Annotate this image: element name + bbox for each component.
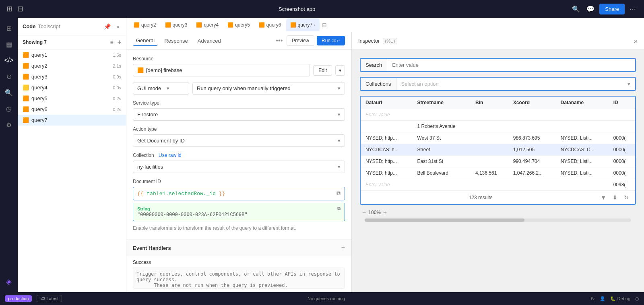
tab-response[interactable]: Response	[161, 36, 191, 45]
comment-icon[interactable]: 💬	[585, 4, 596, 14]
sidebar-nav-history[interactable]: ◷	[2, 101, 16, 116]
document-id-field[interactable]: {{ table1.selectedRow._id }} ⧉	[133, 187, 345, 200]
table-row[interactable]: NYSED: http... East 31st St 990,494.704 …	[361, 156, 635, 167]
query-item[interactable]: 🟧 query1 1.5s	[18, 49, 126, 60]
refresh-icon[interactable]: ↻	[622, 194, 630, 202]
download-icon[interactable]: ⬇	[611, 194, 619, 202]
sidebar-nav-pages[interactable]: ▤	[2, 37, 16, 52]
tab-query6[interactable]: 🟧 query6	[255, 19, 285, 31]
collapse-icon[interactable]: «	[115, 22, 121, 31]
trigger-select[interactable]: Run query only when manually triggered ▾	[192, 82, 345, 95]
tab-query7[interactable]: 🟧 query7 ›	[286, 19, 320, 31]
add-handler-icon[interactable]: +	[341, 244, 345, 251]
collapse-inspector-icon[interactable]: »	[634, 37, 638, 45]
sidebar-nav-diamond[interactable]: ◈	[2, 274, 16, 289]
table-row[interactable]: NYSED: http... West 37 St 986,873.695 NY…	[361, 132, 635, 144]
config-header-actions: ••• Preview Run ⌘↵	[274, 35, 345, 46]
sidebar-nav-search[interactable]: 🔍	[2, 85, 16, 100]
resource-input-row: 🟧 [demo] firebase Edit ▾	[133, 64, 345, 76]
horizontal-scrollbar[interactable]	[365, 218, 631, 222]
bottom-bar: production 🏷 Latest No queries running ↻…	[0, 292, 644, 305]
refresh-bottom-icon[interactable]: ↻	[590, 296, 595, 302]
pages-icon[interactable]: ⊟	[17, 4, 23, 13]
query-item[interactable]: 🟨 query4 0.0s	[18, 82, 126, 93]
service-type-select[interactable]: Firestore ▾	[133, 108, 345, 121]
bug-icon: 🐛	[610, 296, 616, 301]
query-item[interactable]: 🟧 query5 0.2s	[18, 93, 126, 104]
event-handlers-section[interactable]: Event Handlers +	[126, 239, 351, 256]
search-widget: Search	[360, 58, 636, 72]
sidebar-nav-query[interactable]: ⊙	[2, 69, 16, 84]
service-type-label: Service type	[133, 100, 345, 106]
tab-query3[interactable]: 🟧 query3	[161, 19, 192, 31]
table-row[interactable]: 1 Roberts Avenue	[361, 121, 635, 132]
top-bar-left: ⊞ ⊟	[6, 4, 23, 13]
query-item-active[interactable]: 🟧 query7	[18, 115, 126, 126]
query-item[interactable]: 🟧 query6 0.2s	[18, 104, 126, 115]
service-type-row: Service type Firestore ▾	[133, 100, 345, 121]
chevron-down-icon: ▾	[338, 85, 341, 91]
collections-container: Collections Select an option ▾ table1 ✕	[360, 77, 636, 91]
sidebar-nav-grid[interactable]: ⊞	[2, 21, 16, 35]
tab-query4[interactable]: 🟧 query4	[192, 19, 223, 31]
grid-icon[interactable]: ⊞	[6, 4, 12, 13]
edit-button[interactable]: Edit	[313, 65, 332, 76]
more-icon[interactable]: ⋯	[628, 4, 638, 14]
query-icon: 🟧	[23, 106, 29, 112]
main-area: ⊞ ▤ </> ⊙ 🔍 ◷ ⚙ ◈ Code Toolscript 📌 « Sh…	[0, 18, 644, 292]
zoom-level: 100%	[368, 210, 381, 215]
chevron-button[interactable]: ▾	[335, 65, 345, 76]
search-top-icon[interactable]: 🔍	[570, 4, 582, 14]
sidebar-nav-code[interactable]: </>	[2, 53, 16, 68]
latest-badge[interactable]: 🏷 Latest	[37, 295, 62, 302]
zoom-controls: − 100% +	[360, 208, 636, 217]
tab-query5[interactable]: 🟧 query5	[223, 19, 254, 31]
table-row[interactable]: Enter value 0098(	[361, 179, 635, 191]
copy-icon[interactable]: ⧉	[336, 190, 341, 197]
add-query-icon[interactable]: +	[118, 39, 121, 46]
queries-header: Code Toolscript 📌 «	[18, 18, 126, 35]
inspector-shortcut: (%U)	[383, 38, 397, 44]
debug-button[interactable]: 🐛 Debug	[610, 296, 630, 301]
collection-select[interactable]: ny-facilities ▾	[133, 161, 345, 173]
users-icon[interactable]: 👤	[600, 296, 605, 301]
query-item[interactable]: 🟧 query2 2.1s	[18, 60, 126, 71]
copy-suggestion-icon[interactable]: ⧉	[337, 206, 341, 211]
search-input[interactable]	[387, 59, 635, 71]
bottom-right: 👤 🐛 Debug ◷	[600, 296, 639, 301]
preview-button[interactable]: Preview	[287, 35, 314, 46]
query-icon: 🟧	[23, 52, 29, 58]
env-badge[interactable]: production	[5, 295, 32, 302]
table-row-selected[interactable]: NYCDCAS: h... Street 1,012,505 NYCDCAS: …	[361, 144, 635, 156]
table-row[interactable]: Enter value	[361, 109, 635, 121]
toolscript-label[interactable]: Toolscript	[38, 23, 60, 29]
query-item[interactable]: 🟧 query3 0.9s	[18, 71, 126, 82]
sidebar-nav-settings[interactable]: ⚙	[2, 117, 16, 132]
icon-sidebar: ⊞ ▤ </> ⊙ 🔍 ◷ ⚙ ◈	[0, 18, 18, 292]
success-textarea[interactable]	[133, 268, 345, 289]
tab-query2[interactable]: 🟧 query2	[130, 19, 160, 31]
clock-icon[interactable]: ◷	[635, 296, 639, 301]
zoom-out-icon[interactable]: −	[360, 208, 368, 217]
close-tab-icon[interactable]: ⊟	[322, 22, 327, 28]
action-type-select[interactable]: Get Document by ID ▾	[133, 134, 345, 147]
action-type-row: Action type Get Document by ID ▾	[133, 126, 345, 147]
tab-arrow-icon: ›	[314, 23, 315, 27]
filter-table-icon[interactable]: ▼	[599, 194, 608, 202]
suggestion-value: "00000000-0000-0000-023A-62F0421C569B"	[137, 212, 341, 218]
filter-icon[interactable]: ≡	[110, 39, 113, 45]
zoom-in-icon[interactable]: +	[381, 208, 389, 217]
table-row[interactable]: NYSED: http... Bell Boulevard 4,136,561 …	[361, 167, 635, 179]
pin-icon[interactable]: 📌	[102, 22, 112, 31]
more-config-icon[interactable]: •••	[274, 35, 284, 46]
collections-select[interactable]: Select an option ▾	[396, 78, 635, 90]
mode-trigger-row: GUI mode ▾ Run query only when manually …	[133, 82, 345, 95]
run-button[interactable]: Run ⌘↵	[317, 36, 345, 45]
query-config-panel: General Response Advanced ••• Preview Ru…	[126, 32, 352, 292]
resource-display: 🟧 [demo] firebase	[133, 64, 310, 76]
tab-general[interactable]: General	[133, 36, 158, 46]
use-raw-link[interactable]: Use raw id	[159, 152, 182, 158]
gui-mode-select[interactable]: GUI mode ▾	[133, 82, 189, 95]
tab-advanced[interactable]: Advanced	[194, 36, 224, 45]
share-button[interactable]: Share	[599, 4, 625, 14]
